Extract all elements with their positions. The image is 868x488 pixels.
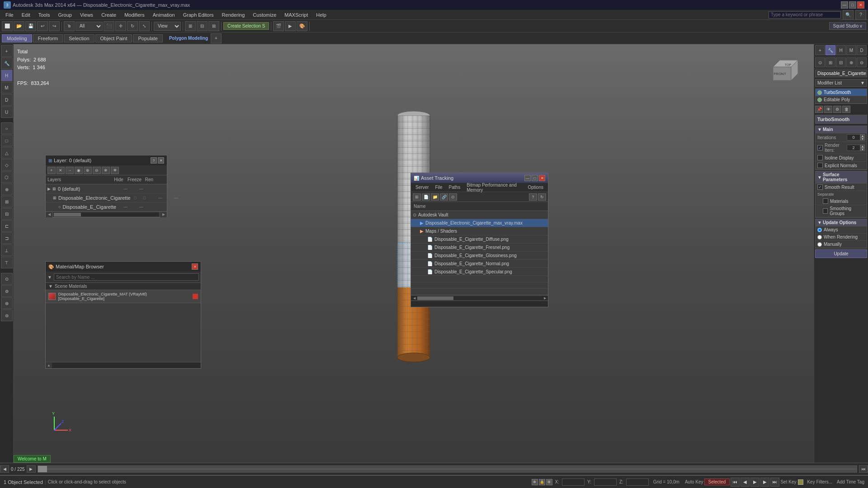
timeline-next-btn[interactable]: ▶ bbox=[27, 465, 36, 473]
inspector-display-icon[interactable]: D bbox=[857, 45, 867, 55]
always-radio[interactable] bbox=[817, 228, 822, 232]
lt-snap2[interactable]: ⊚ bbox=[1, 285, 13, 297]
render-iters-down-btn[interactable]: ▼ bbox=[860, 148, 865, 151]
lt-obj1[interactable]: ○ bbox=[1, 122, 13, 134]
layer-freeze-sel-btn[interactable]: ❄ bbox=[102, 167, 110, 174]
mod-pin-btn[interactable]: 📌 bbox=[815, 106, 823, 113]
help-button[interactable]: ? bbox=[855, 10, 866, 20]
z-coord-input[interactable] bbox=[626, 479, 649, 486]
lt-snap4[interactable]: ⊜ bbox=[1, 310, 13, 321]
view-dropdown[interactable]: View bbox=[154, 22, 181, 31]
menu-help[interactable]: Help bbox=[312, 11, 330, 19]
align-btn[interactable]: ⊞ bbox=[185, 21, 196, 31]
lt-create[interactable]: + bbox=[1, 45, 13, 57]
asset-row-fresnel[interactable]: 📄 Disposable_E_Cigarette_Fresnel.png bbox=[411, 244, 548, 252]
mode-object-paint[interactable]: Object Paint bbox=[95, 34, 132, 42]
inspector-hierarchy-icon[interactable]: H bbox=[836, 45, 846, 55]
inspector-modify-icon[interactable]: 🔧 bbox=[826, 45, 835, 55]
mod-show-all-btn[interactable]: 👁 bbox=[824, 106, 832, 113]
asset-scroll-left[interactable]: ◀ bbox=[411, 296, 417, 300]
update-button[interactable]: Update bbox=[815, 249, 867, 258]
timeline-slider[interactable] bbox=[38, 465, 857, 473]
lt-obj4[interactable]: ◇ bbox=[1, 159, 13, 171]
lt-obj2[interactable]: □ bbox=[1, 135, 13, 146]
select-btn[interactable]: 🖱 bbox=[64, 21, 75, 31]
iterations-spinner[interactable]: 0 ▲ ▼ bbox=[847, 134, 865, 141]
array-btn[interactable]: ⊞ bbox=[208, 21, 219, 31]
material-search-input[interactable] bbox=[54, 273, 199, 281]
menu-rendering[interactable]: Rendering bbox=[218, 11, 249, 19]
mode-selection[interactable]: Selection bbox=[64, 34, 94, 42]
layer-panel-titlebar[interactable]: ⊞ Layer: 0 (default) ? ✕ bbox=[46, 155, 167, 165]
viewcube-container[interactable]: FRONT TOP bbox=[764, 53, 800, 90]
asset-row-diffuse[interactable]: 📄 Disposable_E_Cigarette_Diffuse.png bbox=[411, 235, 548, 244]
timeline-prev-btn[interactable]: ◀ bbox=[0, 465, 9, 473]
scale-btn[interactable]: ⤡ bbox=[139, 21, 150, 31]
asset-tb-3[interactable]: 📁 bbox=[431, 193, 439, 201]
menu-graph-editors[interactable]: Graph Editors bbox=[179, 11, 217, 19]
layer-rem-sel-btn[interactable]: ⊖ bbox=[93, 167, 101, 174]
squid-studio-btn[interactable]: Squid Studio v bbox=[829, 22, 867, 30]
materials-checkbox[interactable] bbox=[823, 198, 828, 204]
explicit-normals-checkbox[interactable] bbox=[817, 163, 823, 168]
smoothing-groups-checkbox[interactable] bbox=[823, 208, 828, 214]
lt-snap1[interactable]: ⊙ bbox=[1, 273, 13, 285]
asset-tb-4[interactable]: 🔗 bbox=[440, 193, 448, 201]
add-panel-btn[interactable]: + bbox=[211, 33, 222, 43]
rotate-btn[interactable]: ↻ bbox=[127, 21, 138, 31]
mod-config-btn[interactable]: ⚙ bbox=[833, 106, 841, 113]
skip-fwd-btn[interactable]: ⏭ bbox=[770, 478, 779, 487]
isoline-checkbox[interactable] bbox=[817, 155, 823, 160]
lt-obj5[interactable]: ⬡ bbox=[1, 171, 13, 183]
asset-help-btn[interactable]: ? bbox=[529, 193, 537, 201]
material-panel-titlebar[interactable]: 🎨 Material/Map Browser ✕ bbox=[46, 262, 201, 272]
render-iters-checkbox[interactable]: ✓ bbox=[817, 145, 823, 150]
asset-tb-2[interactable]: 📄 bbox=[422, 193, 430, 201]
menu-edit[interactable]: Edit bbox=[18, 11, 34, 19]
asset-row-normal[interactable]: 📄 Disposable_E_Cigarette_Normal.png bbox=[411, 260, 548, 268]
mode-populate[interactable]: Populate bbox=[133, 34, 162, 42]
inspector-icon-4[interactable]: ⊕ bbox=[846, 57, 856, 67]
smooth-result-checkbox[interactable]: ✓ bbox=[817, 184, 823, 190]
inspector-icon-1[interactable]: ⊙ bbox=[815, 57, 825, 67]
asset-menu-bitmap[interactable]: Bitmap Performance and Memory bbox=[464, 182, 524, 193]
mirror-btn[interactable]: ⊟ bbox=[197, 21, 208, 31]
object-name-field[interactable]: Disposable_E_Cigarette bbox=[815, 70, 867, 77]
open-btn[interactable]: 📂 bbox=[14, 21, 24, 31]
timeline-end-btn[interactable]: ⏭ bbox=[859, 465, 868, 473]
move-btn[interactable]: ✛ bbox=[115, 21, 126, 31]
lt-obj7[interactable]: ⊞ bbox=[1, 196, 13, 207]
viewcube[interactable]: FRONT TOP bbox=[764, 53, 800, 89]
asset-scroll-right[interactable]: ▶ bbox=[542, 296, 548, 300]
inspector-icon-3[interactable]: ⊟ bbox=[836, 57, 846, 67]
prev-frame-btn[interactable]: ◀ bbox=[741, 478, 750, 487]
lt-obj11[interactable]: ⊥ bbox=[1, 244, 13, 256]
select-region-btn[interactable]: ⬛ bbox=[104, 21, 114, 31]
layer-close-btn[interactable]: ✕ bbox=[158, 157, 164, 164]
layer-minimize-btn[interactable]: ? bbox=[151, 157, 157, 164]
iterations-down-btn[interactable]: ▼ bbox=[860, 137, 865, 141]
material-editor-btn[interactable]: 🎨 bbox=[297, 21, 307, 31]
x-coord-input[interactable] bbox=[562, 479, 585, 486]
menu-customize[interactable]: Customize bbox=[249, 11, 280, 19]
minimize-button[interactable]: — bbox=[841, 1, 848, 9]
asset-close-btn[interactable]: ✕ bbox=[539, 175, 545, 181]
render-iters-up-btn[interactable]: ▲ bbox=[860, 145, 865, 148]
undo-btn[interactable]: ↩ bbox=[37, 21, 48, 31]
lt-hierarchy[interactable]: H bbox=[1, 70, 13, 81]
inspector-motion-icon[interactable]: M bbox=[846, 45, 856, 55]
layer-row[interactable]: ▶ ⊞ 0 (default) — — bbox=[46, 184, 167, 193]
menu-maxscript[interactable]: MAXScript bbox=[281, 11, 311, 19]
menu-views[interactable]: Views bbox=[76, 11, 97, 19]
viewport-area[interactable]: Total Polys: 2 688 Verts: 1 346 FPS: 833… bbox=[14, 44, 814, 463]
asset-row-vault[interactable]: ⊙ Autodesk Vault bbox=[411, 211, 548, 219]
asset-row-max-file[interactable]: ▶ Disposable_Electronic_Cigarette_max_vr… bbox=[411, 219, 548, 227]
layer-delete-btn[interactable]: ✕ bbox=[57, 167, 65, 174]
asset-menu-options[interactable]: Options bbox=[525, 184, 546, 191]
inspector-icon-2[interactable]: ⊞ bbox=[826, 57, 835, 67]
lt-obj10[interactable]: ⊐ bbox=[1, 232, 13, 244]
render-btn[interactable]: ▶ bbox=[285, 21, 296, 31]
lt-obj12[interactable]: ⊤ bbox=[1, 257, 13, 268]
layer-select-btn[interactable]: → bbox=[66, 167, 74, 174]
scrollbar-thumb[interactable] bbox=[54, 213, 81, 216]
